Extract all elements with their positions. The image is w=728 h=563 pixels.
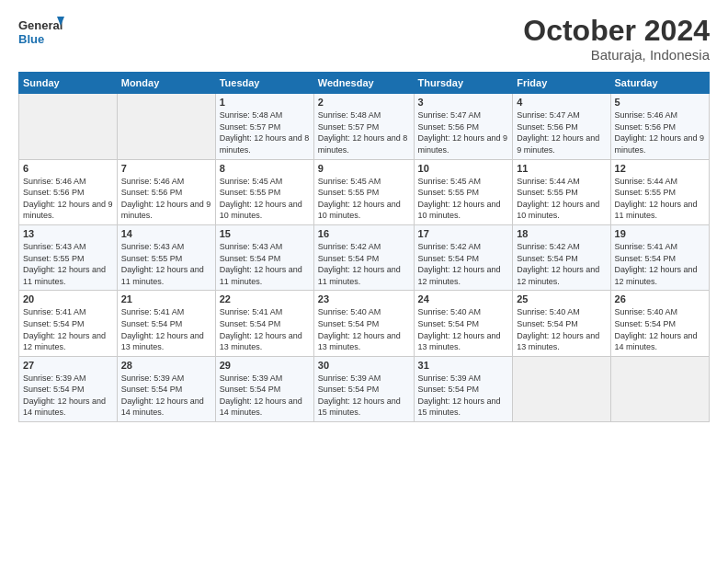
day-number: 31	[418, 360, 509, 371]
day-info: Sunrise: 5:48 AMSunset: 5:57 PMDaylight:…	[220, 109, 310, 155]
day-info: Sunrise: 5:40 AMSunset: 5:54 PMDaylight:…	[615, 306, 705, 352]
calendar-cell: 3 Sunrise: 5:47 AMSunset: 5:56 PMDayligh…	[414, 94, 513, 159]
calendar-cell: 29 Sunrise: 5:39 AMSunset: 5:54 PMDaylig…	[215, 356, 313, 421]
location: Baturaja, Indonesia	[523, 47, 710, 63]
day-info: Sunrise: 5:46 AMSunset: 5:56 PMDaylight:…	[121, 176, 211, 222]
day-info: Sunrise: 5:42 AMSunset: 5:54 PMDaylight:…	[517, 241, 606, 287]
day-info: Sunrise: 5:46 AMSunset: 5:56 PMDaylight:…	[615, 109, 705, 155]
header: General Blue October 2024 Baturaja, Indo…	[18, 15, 710, 63]
calendar-cell: 4 Sunrise: 5:47 AMSunset: 5:56 PMDayligh…	[513, 94, 610, 159]
header-friday: Friday	[513, 73, 610, 94]
calendar-cell	[19, 94, 118, 159]
day-number: 25	[517, 293, 606, 304]
day-info: Sunrise: 5:42 AMSunset: 5:54 PMDaylight:…	[418, 241, 509, 287]
calendar-cell: 16 Sunrise: 5:42 AMSunset: 5:54 PMDaylig…	[313, 224, 414, 290]
day-number: 11	[517, 163, 606, 174]
day-info: Sunrise: 5:41 AMSunset: 5:54 PMDaylight:…	[615, 241, 705, 287]
day-info: Sunrise: 5:39 AMSunset: 5:54 PMDaylight:…	[121, 373, 211, 419]
calendar-cell: 5 Sunrise: 5:46 AMSunset: 5:56 PMDayligh…	[610, 94, 709, 159]
day-number: 27	[23, 360, 113, 371]
day-number: 14	[121, 228, 211, 239]
day-number: 5	[615, 97, 705, 108]
day-number: 16	[318, 228, 410, 239]
day-info: Sunrise: 5:39 AMSunset: 5:54 PMDaylight:…	[318, 373, 410, 419]
day-number: 20	[23, 293, 113, 304]
logo-svg: General Blue	[18, 15, 64, 50]
calendar-week-4: 20 Sunrise: 5:41 AMSunset: 5:54 PMDaylig…	[19, 291, 710, 356]
calendar-cell: 28 Sunrise: 5:39 AMSunset: 5:54 PMDaylig…	[117, 356, 215, 421]
day-number: 2	[318, 97, 410, 108]
day-number: 21	[121, 293, 211, 304]
calendar-week-5: 27 Sunrise: 5:39 AMSunset: 5:54 PMDaylig…	[19, 356, 710, 421]
day-number: 18	[517, 228, 606, 239]
calendar-cell: 14 Sunrise: 5:43 AMSunset: 5:55 PMDaylig…	[117, 224, 215, 290]
day-info: Sunrise: 5:39 AMSunset: 5:54 PMDaylight:…	[418, 373, 509, 419]
calendar-cell: 20 Sunrise: 5:41 AMSunset: 5:54 PMDaylig…	[19, 291, 118, 356]
day-number: 23	[318, 293, 410, 304]
calendar-cell: 6 Sunrise: 5:46 AMSunset: 5:56 PMDayligh…	[19, 159, 118, 224]
header-wednesday: Wednesday	[313, 73, 414, 94]
day-info: Sunrise: 5:41 AMSunset: 5:54 PMDaylight:…	[121, 306, 211, 352]
calendar-cell: 25 Sunrise: 5:40 AMSunset: 5:54 PMDaylig…	[513, 291, 610, 356]
calendar-cell: 12 Sunrise: 5:44 AMSunset: 5:55 PMDaylig…	[610, 159, 709, 224]
day-info: Sunrise: 5:41 AMSunset: 5:54 PMDaylight:…	[23, 306, 113, 352]
day-number: 26	[615, 293, 705, 304]
day-info: Sunrise: 5:40 AMSunset: 5:54 PMDaylight:…	[418, 306, 509, 352]
day-number: 24	[418, 293, 509, 304]
calendar-week-3: 13 Sunrise: 5:43 AMSunset: 5:55 PMDaylig…	[19, 224, 710, 290]
day-info: Sunrise: 5:48 AMSunset: 5:57 PMDaylight:…	[318, 109, 410, 155]
calendar-cell: 11 Sunrise: 5:44 AMSunset: 5:55 PMDaylig…	[513, 159, 610, 224]
header-thursday: Thursday	[414, 73, 513, 94]
page: General Blue October 2024 Baturaja, Indo…	[0, 0, 728, 563]
day-number: 15	[220, 228, 310, 239]
title-block: October 2024 Baturaja, Indonesia	[523, 15, 710, 63]
day-info: Sunrise: 5:44 AMSunset: 5:55 PMDaylight:…	[517, 176, 606, 222]
calendar-cell: 31 Sunrise: 5:39 AMSunset: 5:54 PMDaylig…	[414, 356, 513, 421]
day-info: Sunrise: 5:40 AMSunset: 5:54 PMDaylight:…	[517, 306, 606, 352]
day-info: Sunrise: 5:45 AMSunset: 5:55 PMDaylight:…	[418, 176, 509, 222]
day-number: 4	[517, 97, 606, 108]
day-number: 22	[220, 293, 310, 304]
day-info: Sunrise: 5:42 AMSunset: 5:54 PMDaylight:…	[318, 241, 410, 287]
header-tuesday: Tuesday	[215, 73, 313, 94]
day-number: 1	[220, 97, 310, 108]
header-saturday: Saturday	[610, 73, 709, 94]
calendar-cell: 23 Sunrise: 5:40 AMSunset: 5:54 PMDaylig…	[313, 291, 414, 356]
day-info: Sunrise: 5:39 AMSunset: 5:54 PMDaylight:…	[220, 373, 310, 419]
svg-text:General: General	[18, 18, 63, 32]
calendar-cell: 30 Sunrise: 5:39 AMSunset: 5:54 PMDaylig…	[313, 356, 414, 421]
day-number: 10	[418, 163, 509, 174]
calendar-cell: 21 Sunrise: 5:41 AMSunset: 5:54 PMDaylig…	[117, 291, 215, 356]
calendar-cell: 15 Sunrise: 5:43 AMSunset: 5:54 PMDaylig…	[215, 224, 313, 290]
day-info: Sunrise: 5:43 AMSunset: 5:55 PMDaylight:…	[23, 241, 113, 287]
day-info: Sunrise: 5:47 AMSunset: 5:56 PMDaylight:…	[418, 109, 509, 155]
day-number: 6	[23, 163, 113, 174]
day-info: Sunrise: 5:46 AMSunset: 5:56 PMDaylight:…	[23, 176, 113, 222]
calendar-cell: 17 Sunrise: 5:42 AMSunset: 5:54 PMDaylig…	[414, 224, 513, 290]
day-number: 28	[121, 360, 211, 371]
day-info: Sunrise: 5:45 AMSunset: 5:55 PMDaylight:…	[220, 176, 310, 222]
day-number: 29	[220, 360, 310, 371]
day-info: Sunrise: 5:43 AMSunset: 5:54 PMDaylight:…	[220, 241, 310, 287]
logo: General Blue	[18, 15, 64, 50]
day-info: Sunrise: 5:41 AMSunset: 5:54 PMDaylight:…	[220, 306, 310, 352]
calendar-cell: 13 Sunrise: 5:43 AMSunset: 5:55 PMDaylig…	[19, 224, 118, 290]
calendar-cell: 27 Sunrise: 5:39 AMSunset: 5:54 PMDaylig…	[19, 356, 118, 421]
day-info: Sunrise: 5:40 AMSunset: 5:54 PMDaylight:…	[318, 306, 410, 352]
day-number: 8	[220, 163, 310, 174]
calendar-cell: 22 Sunrise: 5:41 AMSunset: 5:54 PMDaylig…	[215, 291, 313, 356]
calendar-table: Sunday Monday Tuesday Wednesday Thursday…	[18, 72, 710, 422]
calendar-week-2: 6 Sunrise: 5:46 AMSunset: 5:56 PMDayligh…	[19, 159, 710, 224]
calendar-cell: 2 Sunrise: 5:48 AMSunset: 5:57 PMDayligh…	[313, 94, 414, 159]
calendar-cell: 8 Sunrise: 5:45 AMSunset: 5:55 PMDayligh…	[215, 159, 313, 224]
day-number: 12	[615, 163, 705, 174]
header-sunday: Sunday	[19, 73, 118, 94]
calendar-cell	[610, 356, 709, 421]
day-info: Sunrise: 5:43 AMSunset: 5:55 PMDaylight:…	[121, 241, 211, 287]
day-info: Sunrise: 5:47 AMSunset: 5:56 PMDaylight:…	[517, 109, 606, 155]
calendar-cell: 7 Sunrise: 5:46 AMSunset: 5:56 PMDayligh…	[117, 159, 215, 224]
calendar-cell	[513, 356, 610, 421]
calendar-cell: 10 Sunrise: 5:45 AMSunset: 5:55 PMDaylig…	[414, 159, 513, 224]
day-number: 17	[418, 228, 509, 239]
day-number: 13	[23, 228, 113, 239]
